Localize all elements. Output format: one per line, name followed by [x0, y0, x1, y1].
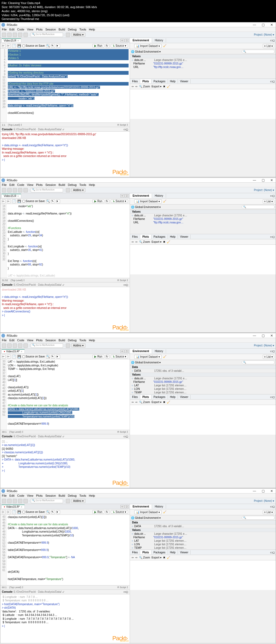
env-max-icon[interactable]: ◻ — [272, 505, 275, 508]
import-dataset-button[interactable]: 📊 Import Dataset ▾ — [134, 355, 162, 359]
source-tab[interactable]: Video15.R× — [1, 194, 21, 198]
new-project-icon[interactable] — [7, 343, 12, 348]
clear-plots-icon[interactable]: 🧹 — [167, 556, 170, 559]
menu-file[interactable]: File — [2, 28, 7, 31]
global-env-dropdown[interactable]: 🌐 Global Environment ▾ — [131, 361, 161, 364]
source-button[interactable]: ↳Source ▾ — [111, 44, 128, 47]
plots-tab-packages[interactable]: Packages — [151, 79, 168, 83]
console-path[interactable]: E:/OneDrive/Packt · Data Analysis/Data/ … — [13, 435, 64, 438]
env-search-input[interactable] — [242, 50, 275, 53]
scope-label[interactable]: (Top Level) ‡ — [9, 431, 23, 433]
tools-icon[interactable] — [66, 499, 70, 503]
plots-tab-files[interactable]: Files — [130, 79, 140, 83]
pane-max-icon[interactable]: ◻ — [125, 505, 129, 508]
plot-prev-icon[interactable]: ⇦ — [132, 240, 134, 243]
menu-session[interactable]: Session — [45, 28, 56, 31]
pane-min-icon[interactable]: ▭ — [120, 505, 124, 508]
menu-edit[interactable]: Edit — [9, 339, 15, 342]
new-project-icon[interactable] — [7, 33, 12, 37]
plots-max-icon[interactable]: ◻ — [272, 235, 275, 238]
env-item[interactable]: ○data.str…Large character (17291 e… — [130, 58, 276, 62]
menu-plots[interactable]: Plots — [36, 183, 43, 186]
minimize-button[interactable]: — — [251, 489, 257, 493]
run-button[interactable]: ▶Run — [92, 44, 104, 47]
run-button[interactable]: ▶Run — [92, 510, 104, 514]
tab-history[interactable]: History — [152, 194, 166, 198]
save-all-icon[interactable] — [23, 343, 28, 348]
export-button[interactable]: Export ▾ — [151, 556, 161, 559]
project-label[interactable]: Project: (None) ▾ — [254, 33, 274, 36]
plot-next-icon[interactable]: ⇨ — [135, 85, 137, 88]
console-max-icon[interactable]: ◻ — [126, 435, 128, 438]
clear-plots-icon[interactable]: 🧹 — [167, 85, 170, 88]
rerun-icon[interactable]: ↻ — [106, 510, 109, 514]
env-max-icon[interactable]: ◻ — [272, 194, 275, 197]
scope-label[interactable]: (Top Level) ‡ — [11, 279, 25, 282]
zoom-button[interactable]: 🔍 Zoom — [139, 240, 150, 243]
save-icon[interactable] — [18, 499, 22, 503]
goto-file-input[interactable]: 🔍 Go to file/function — [31, 188, 63, 192]
clear-plots-icon[interactable]: 🧹 — [167, 401, 170, 404]
project-label[interactable]: Project: (None) ▾ — [254, 499, 274, 502]
export-button[interactable]: Export ▾ — [151, 85, 161, 88]
clear-icon[interactable]: 🧹 — [163, 200, 167, 203]
source-button[interactable]: ↳Source ▾ — [111, 355, 128, 358]
menu-file[interactable]: File — [2, 339, 7, 342]
addins-button[interactable]: Addins ▾ — [71, 188, 85, 192]
menu-view[interactable]: View — [27, 494, 33, 497]
plots-tab-plots[interactable]: Plots — [140, 79, 151, 83]
menu-code[interactable]: Code — [17, 28, 24, 31]
list-view-button[interactable]: ≡ List ▾ — [263, 44, 274, 48]
minimize-button[interactable]: — — [251, 334, 257, 338]
menu-help[interactable]: Help — [89, 28, 95, 31]
rerun-icon[interactable]: ↻ — [106, 199, 109, 203]
compile-icon[interactable]: ▾ — [56, 355, 60, 359]
open-file-icon[interactable] — [13, 343, 17, 348]
forward-icon[interactable]: ⇨ — [7, 510, 11, 514]
save-icon[interactable] — [18, 343, 22, 348]
plots-tab-viewer[interactable]: Viewer — [178, 235, 191, 239]
plots-tab-help[interactable]: Help — [168, 235, 178, 239]
import-dataset-button[interactable]: 📊 Import Dataset ▾ — [134, 199, 162, 203]
plots-min-icon[interactable]: ▭ — [270, 235, 272, 238]
find-icon[interactable]: 🔍 — [46, 355, 50, 359]
zoom-button[interactable]: 🔍 Zoom — [139, 556, 150, 559]
rerun-icon[interactable]: ↻ — [106, 44, 109, 48]
env-min-icon[interactable]: ▭ — [270, 350, 272, 353]
console-min-icon[interactable]: ▭ — [123, 590, 126, 593]
wand-icon[interactable]: ✎ — [51, 199, 55, 203]
clear-icon[interactable]: 🧹 — [163, 510, 167, 514]
plots-tab-packages[interactable]: Packages — [151, 550, 168, 554]
plots-tab-plots[interactable]: Plots — [140, 550, 151, 554]
clear-icon[interactable]: 🧹 — [163, 355, 167, 359]
new-file-icon[interactable] — [2, 499, 6, 503]
menu-tools[interactable]: Tools — [79, 28, 86, 31]
env-item[interactable]: ○DATA17291 obs. of 3 variabl… — [130, 369, 276, 373]
menu-debug[interactable]: Debug — [68, 183, 77, 186]
find-icon[interactable]: 🔍 — [46, 199, 50, 203]
pane-max-icon[interactable]: ◻ — [125, 350, 129, 353]
menu-tools[interactable]: Tools — [79, 183, 86, 186]
menu-view[interactable]: View — [27, 183, 33, 186]
global-env-dropdown[interactable]: 🌐 Global Environment ▾ — [131, 206, 161, 209]
compile-icon[interactable]: ▾ — [56, 199, 60, 203]
file-type-label[interactable]: R Script ‡ — [117, 279, 128, 282]
env-min-icon[interactable]: ▭ — [270, 194, 272, 197]
goto-file-input[interactable]: 🔍 Go to file/function — [31, 343, 63, 348]
console[interactable]: [1] ...> as.numeric(unlist(LAT)[1])[1] 6… — [0, 439, 130, 488]
import-dataset-button[interactable]: 📊 Import Dataset ▾ — [134, 44, 162, 48]
forward-icon[interactable]: ⇨ — [7, 199, 11, 203]
tools-icon[interactable] — [66, 33, 70, 37]
plots-tab-files[interactable]: Files — [130, 395, 140, 399]
menu-help[interactable]: Help — [89, 494, 95, 497]
plot-next-icon[interactable]: ⇨ — [135, 401, 137, 404]
show-icon[interactable]: 📄 — [12, 44, 16, 48]
code-editor[interactable]: 43444546474849505152535455565758596061 c… — [0, 515, 130, 585]
env-search-input[interactable] — [242, 205, 275, 209]
env-item[interactable]: ○data.str…Large character (17291 e… — [130, 377, 276, 380]
menu-code[interactable]: Code — [17, 339, 24, 342]
plots-tab-files[interactable]: Files — [130, 235, 140, 239]
maximize-button[interactable]: ▢ — [260, 178, 266, 182]
show-icon[interactable]: 📄 — [12, 510, 16, 514]
plots-min-icon[interactable]: ▭ — [270, 551, 272, 554]
